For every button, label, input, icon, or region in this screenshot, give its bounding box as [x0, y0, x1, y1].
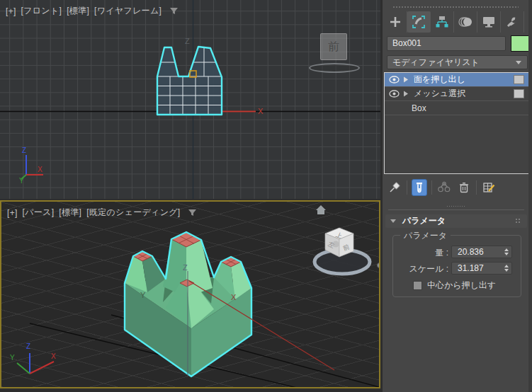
modifier-list-label: モディファイヤリスト [392, 57, 480, 67]
motion-icon [458, 16, 472, 28]
amount-spinner[interactable]: 20.836 [451, 246, 512, 258]
modify-icon [412, 15, 426, 29]
viewcube-compass-ring[interactable] [309, 63, 360, 73]
tripod-y-label: Y [10, 354, 15, 362]
expand-arrow-icon[interactable] [403, 76, 409, 83]
front-viewport-drawing: X Z Y [0, 0, 380, 199]
spinner-up-icon[interactable] [504, 248, 509, 251]
rollout-collapse-arrow-icon [390, 219, 396, 223]
panel-scrollbar[interactable] [528, 0, 532, 392]
front-axis-tripod: Z X Y [19, 146, 43, 185]
toolbar-separator [476, 180, 477, 195]
chevron-down-icon [516, 61, 521, 64]
filter-icon[interactable] [169, 7, 179, 15]
display-icon [482, 16, 496, 28]
plus-icon [390, 17, 400, 27]
pivot-x-label: X [231, 293, 237, 301]
front-grid-z-label: Z [185, 37, 190, 45]
viewport-menu-shading[interactable]: [既定のシェーディング] [86, 207, 180, 219]
wireframe-object[interactable] [157, 47, 222, 115]
tab-modify[interactable] [407, 11, 431, 33]
object-name-input[interactable]: Box001 [387, 36, 506, 51]
extrude-from-center-checkbox[interactable] [413, 281, 422, 290]
spinner-arrows[interactable] [502, 263, 511, 273]
modifier-label: 面を押し出し [414, 74, 465, 86]
trash-icon [458, 181, 470, 194]
spinner-arrows[interactable] [502, 247, 511, 257]
viewcube-home-icon[interactable] [316, 205, 326, 214]
tripod-z-label: Z [26, 342, 30, 350]
pin-stack-button[interactable] [387, 179, 402, 196]
tab-hierarchy[interactable] [431, 11, 454, 33]
rollout-area-grip [446, 205, 466, 207]
rollout-title: パラメータ [402, 215, 446, 227]
spinner-down-icon[interactable] [504, 269, 509, 272]
utilities-wrench-icon [505, 15, 519, 29]
expand-arrow-icon[interactable] [403, 91, 409, 97]
application-window: [+] [フロント] [標準] [ワイヤフレーム] X Z Y [0, 0, 532, 392]
checkbox-label: 中心から押し出す [427, 279, 496, 292]
visibility-eye-icon[interactable] [389, 76, 400, 83]
viewport-perspective-active[interactable]: [+] [パース] [標準] [既定のシェーディング] [0, 200, 380, 388]
configure-modifier-sets-button[interactable] [481, 179, 497, 196]
stack-toolbar [387, 178, 527, 197]
scale-label: スケール : [409, 263, 448, 275]
spinner-down-icon[interactable] [504, 253, 509, 255]
modifier-toggle-button[interactable] [514, 89, 524, 98]
remove-modifier-button[interactable] [456, 179, 472, 196]
viewcube-front-face[interactable]: 前 [320, 33, 347, 60]
tripod-x-label: X [38, 166, 43, 173]
viewport-menu-pov[interactable]: [パース] [23, 207, 55, 219]
visibility-eye-icon[interactable] [389, 90, 400, 98]
tab-motion[interactable] [454, 11, 477, 33]
make-unique-button[interactable] [436, 179, 452, 196]
viewcube-face-label: 前 [328, 40, 339, 54]
viewport-menu-style[interactable]: [標準] [67, 5, 89, 17]
command-panel-tabs [384, 11, 524, 33]
viewport-front-caption: [+] [フロント] [標準] [ワイヤフレーム] [6, 5, 179, 17]
stack-row-face-extrude[interactable]: 面を押し出し [385, 73, 529, 87]
panel-drag-handle[interactable] [392, 6, 519, 9]
pivot-z-label: Z [183, 263, 188, 272]
front-x-axis-label: X [258, 107, 264, 115]
scale-spinner[interactable]: 31.187 [451, 262, 512, 275]
rollout-header-parameters[interactable]: パラメータ [385, 214, 527, 228]
stack-row-mesh-select[interactable]: メッシュ選択 [385, 87, 529, 101]
amount-value: 20.836 [458, 247, 484, 257]
configure-sets-icon [482, 181, 496, 194]
tab-utilities[interactable] [501, 11, 524, 33]
make-unique-icon [437, 181, 451, 194]
tripod-z-label: Z [22, 146, 26, 154]
viewcube-options-dot[interactable] [378, 263, 380, 268]
viewport-menu-pov[interactable]: [フロント] [21, 5, 62, 17]
viewcube-3d[interactable]: 上 左 前 [315, 228, 379, 274]
filter-icon[interactable] [188, 209, 197, 217]
modifier-stack: 面を押し出し メッシュ選択 Box [384, 72, 530, 174]
parameters-group: パラメータ 量 : 20.836 スケール : 31.187 中心から押し出す [392, 235, 521, 297]
viewport-menu-shading[interactable]: [ワイヤフレーム] [94, 5, 162, 17]
viewport-menu-general[interactable]: [+] [6, 6, 16, 16]
group-title: パラメータ [400, 230, 451, 242]
persp-viewport-drawing: Z Y X Z X Y [1, 202, 379, 387]
show-end-result-button[interactable] [412, 179, 427, 196]
modifier-toggle-button[interactable] [514, 75, 524, 84]
tab-create[interactable] [384, 11, 407, 33]
viewport-menu-general[interactable]: [+] [7, 208, 18, 218]
amount-row: 量 : 20.836 [393, 246, 521, 258]
toolbar-separator [431, 180, 432, 195]
viewport-menu-style[interactable]: [標準] [59, 207, 81, 219]
amount-label: 量 : [435, 247, 448, 259]
extrude-from-center-row: 中心から押し出す [413, 279, 496, 292]
hierarchy-icon [435, 15, 449, 29]
pivot-y-label: Y [140, 291, 146, 299]
spinner-up-icon[interactable] [504, 265, 509, 267]
scale-row: スケール : 31.187 [393, 262, 521, 275]
persp-axis-tripod: Z X Y [10, 342, 56, 374]
tab-display[interactable] [477, 11, 501, 33]
modifier-label: メッシュ選択 [414, 88, 465, 100]
command-panel: Box001 モディファイヤリスト 面を押し出し [383, 0, 532, 392]
object-color-swatch[interactable] [511, 35, 529, 52]
modifier-list-dropdown[interactable]: モディファイヤリスト [387, 55, 528, 69]
viewport-front[interactable]: [+] [フロント] [標準] [ワイヤフレーム] X Z Y [0, 0, 380, 199]
stack-row-box[interactable]: Box [385, 101, 529, 115]
